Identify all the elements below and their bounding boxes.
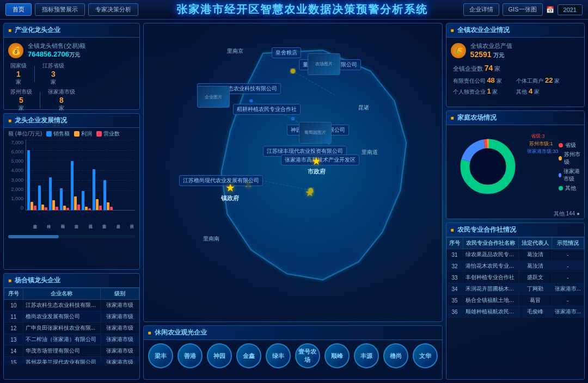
donut-chart: 省级:3 苏州市级:1 张家港市级:33 (450, 128, 526, 205)
leisure-circle: 橹尚 (383, 343, 408, 368)
table-row: 31 绿农果蔬品农民专业合... 葛汝清 - (446, 249, 584, 261)
main-layout: 产业化龙头企业 💰 全镇龙头销售(交易)额 764856.2706万元 国家级 (0, 20, 588, 383)
sales-info: 全镇龙头销售(交易)额 764856.2706万元 (28, 42, 85, 59)
nav-enterprise[interactable]: 企业详情 (463, 3, 499, 16)
chart-scrollbar[interactable] (8, 235, 135, 238)
yanghe-table: 序号 企业名称 级别 10 江苏农科生态农业科技有限公司... 张家港市级 11… (4, 288, 139, 364)
leisure-item: 金鑫 (236, 343, 261, 368)
left-column: 产业化龙头企业 💰 全镇龙头销售(交易)额 764856.2706万元 国家级 (3, 23, 140, 380)
direction-lilandao: 里南道 (362, 149, 378, 156)
yanghe-table-scroll[interactable]: 序号 企业名称 级别 10 江苏农科生态农业科技有限公司... 张家港市级 11… (4, 288, 139, 364)
company-thumb-2: 企业图片 (197, 86, 230, 108)
table-row: 33 丰创种植专业合作社 盛跃文 - (446, 272, 584, 283)
company-thumb-3: 葡萄园图片 (299, 122, 332, 144)
panel-leisure: 休闲农业观光企业 梁丰 善港 神园 金鑫 绿丰 壹号农场 顺峰 丰源 橹尚 文华 (143, 325, 443, 380)
table-row: 36 顺雄种植福航农民专业合... 毛俊峰 张家港市... (446, 306, 584, 318)
sales-icon: 💰 (8, 43, 23, 58)
nav-decision[interactable]: 专家决策分析 (88, 3, 138, 16)
page-title: 张家港市经开区智慧农业数据决策预警分析系统 (142, 2, 463, 17)
ag-total-ent: 全镇企业数 74 家 (451, 63, 580, 74)
ag-value-icon: 🌾 (451, 43, 466, 58)
nav-home[interactable]: 首页 (5, 3, 32, 16)
bar-chart-area (26, 140, 135, 211)
legend-profit: 利润 (74, 130, 92, 138)
panel-coop: 农民专业合作社情况 序号 农民专业合作社名称 法定代表人 示范情况 31 绿农果… (446, 223, 585, 380)
longhead-stats: 💰 全镇龙头销售(交易)额 764856.2706万元 国家级 1 家 (4, 38, 139, 116)
panel-chart-header: 龙头企业发展情况 (4, 114, 139, 128)
legend-count: 营业数 (96, 130, 120, 138)
table-row: 32 港怡花木农民专业合... 葛汝清 - (446, 261, 584, 272)
direction-kunzhu: 昆诸 (358, 104, 369, 112)
leisure-item: 善港 (177, 343, 203, 368)
leisure-circle: 文华 (413, 343, 438, 368)
svg-point-18 (471, 150, 505, 183)
legend-item-sheng: 省级 (559, 141, 581, 149)
center-column: ★ ★ 皇舍粮店 董号家庭农场有限公司 江苏普港生态农业科技有限公司 稻耕种植农… (143, 23, 443, 380)
table-row: 35 杨合全镇福航土地股份... 葛冒 - (446, 295, 584, 306)
leisure-item: 绿丰 (266, 343, 291, 368)
bar-group-1 (27, 150, 36, 210)
legend-item-suzhou: 苏州市级 (559, 151, 581, 166)
panel-yanghe-header: 杨合镇龙头企业 (4, 274, 139, 288)
x-axis-labels: 江苏普港生态农业 稻耕种植 神园葡萄科技 江苏绿丰农业 江苏橹尚现代 董号家庭农… (26, 212, 135, 231)
table-row: 14 华茂市场管理有限公司 张家港市级 (4, 345, 139, 357)
leisure-circle: 神园 (207, 343, 232, 368)
sales-label: 全镇龙头销售(交易)额 (28, 42, 85, 50)
direction-linannan: 里南南 (203, 235, 219, 243)
map-svg: ★ ★ (144, 23, 442, 322)
table-row: 13 不二榨油（张家港）有限公司 张家港市级 (4, 334, 139, 345)
leisure-circle: 金鑫 (236, 343, 261, 368)
donut-legend: 省级 苏州市级 张家港市级 其他 (559, 141, 581, 192)
direction-linan: 里南京 (227, 47, 243, 55)
donut-container: 省级:3 苏州市级:1 张家港市级:33 省级 苏州市级 张家港 (446, 125, 584, 208)
leisure-item: 橹尚 (383, 343, 408, 368)
ag-limited: 有限责任公司 48 家 (453, 76, 514, 85)
map-label-daogeng: 稻耕种植农民专业合作社 (233, 104, 301, 115)
table-row: 12 广申良田张家科技农业有限... 张家港市级 (4, 323, 139, 334)
nav-gis[interactable]: GIS一张图 (503, 3, 543, 16)
chart-scrollbar-thumb (8, 235, 59, 238)
nav-indicator[interactable]: 指标预警展示 (35, 3, 85, 16)
bar-group-4 (60, 188, 69, 210)
coop-table: 序号 农民专业合作社名称 法定代表人 示范情况 31 绿农果蔬品农民专业合...… (446, 237, 584, 318)
leisure-item: 丰源 (354, 343, 379, 368)
table-row: 11 橹尚农业发展有限公司 张家港市级 (4, 311, 139, 323)
suzhou-stat: 苏州市级 5 家 (10, 88, 32, 112)
bar-group-7 (93, 169, 102, 210)
bar-group-6 (82, 191, 91, 210)
panel-coop-header: 农民专业合作社情况 (446, 223, 584, 237)
panel-farm: 家庭农场情况 (446, 110, 585, 219)
svg-point-5 (249, 99, 253, 103)
table-row: 34 禾润花卉苗圃杨木农民专... 丁网勤 张家港市... (446, 283, 584, 295)
legend-item-zhang: 张家港市级 (559, 168, 581, 183)
panel-longhead-header: 产业化龙头企业 (4, 23, 139, 38)
ag-stats: 🌾 全镇农业总产值 52591 万元 全镇企业数 74 家 (446, 38, 584, 102)
ag-individual: 个体工商户 22 家 (516, 76, 578, 85)
company-thumb-1: 农场图片 (308, 53, 340, 75)
svg-point-6 (291, 117, 295, 121)
zhangjiajang-stat: 张家港市级 8 家 (48, 88, 75, 112)
year-badge: 2021 (558, 4, 583, 15)
ag-value-num: 52591 万元 (470, 50, 512, 59)
marker-shizhengfu: ★ 市政府 (308, 155, 326, 176)
leisure-circle: 顺峰 (324, 343, 350, 368)
map-area: ★ ★ 皇舍粮店 董号家庭农场有限公司 江苏普港生态农业科技有限公司 稻耕种植农… (143, 23, 443, 322)
leisure-item: 文华 (413, 343, 438, 368)
national-stat: 国家级 1 家 (10, 62, 27, 86)
donut-label-sheng: 省级:3 (531, 133, 545, 140)
coop-table-scroll[interactable]: 序号 农民专业合作社名称 法定代表人 示范情况 31 绿农果蔬品农民专业合...… (446, 237, 584, 318)
svg-point-4 (290, 69, 295, 73)
leisure-item: 壹号农场 (295, 343, 320, 368)
legend-sales: 销售额 (46, 130, 70, 138)
chart-legend: 额 (单位/万元) 销售额 利润 营业数 (4, 128, 139, 140)
leisure-item: 梁丰 (148, 343, 173, 368)
panel-farm-header: 家庭农场情况 (446, 111, 584, 125)
table-row: 10 江苏农科生态农业科技有限公司... 张家港市级 (4, 300, 139, 311)
ag-type-grid: 有限责任公司 48 家 个体工商户 22 家 个人独资企业 1 家 (451, 74, 580, 98)
farm-other-count: 其他 144 ● (446, 208, 584, 220)
panel-longhead-enterprise: 产业化龙头企业 💰 全镇龙头销售(交易)额 764856.2706万元 国家级 (3, 23, 140, 110)
svg-text:★: ★ (304, 187, 314, 199)
leisure-items-container: 梁丰 善港 神园 金鑫 绿丰 壹号农场 顺峰 丰源 橹尚 文华 (144, 340, 442, 372)
panel-leisure-header: 休闲农业观光企业 (144, 326, 442, 340)
bar-group-3 (49, 177, 58, 210)
